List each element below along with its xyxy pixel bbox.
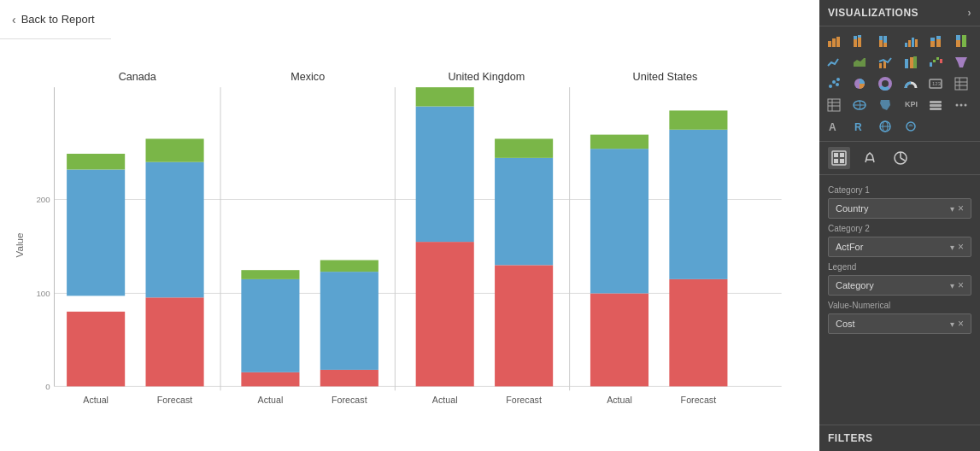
legend-field[interactable]: Category ▾ × [828, 275, 971, 296]
svg-marker-40 [854, 58, 866, 67]
viz-icon-slicer[interactable] [926, 96, 945, 114]
viz-icon-arcgis[interactable] [901, 117, 920, 136]
svg-rect-30 [908, 40, 911, 47]
visualizations-chevron[interactable]: › [968, 7, 972, 19]
viz-icon-r-visual[interactable]: R [850, 117, 869, 136]
viz-icon-ribbon[interactable] [901, 53, 920, 72]
viz-icon-line[interactable] [824, 53, 843, 72]
svg-rect-18 [828, 41, 831, 47]
svg-rect-86 [840, 153, 844, 157]
svg-rect-21 [854, 39, 857, 47]
viz-icon-100pct-column[interactable] [952, 32, 971, 50]
value-numerical-label: Value-Numerical [828, 301, 971, 310]
viz-icon-kpi[interactable]: KPI [901, 96, 920, 114]
viz-icon-stacked-bar[interactable] [850, 32, 869, 50]
viz-icon-more[interactable] [952, 96, 971, 114]
viz-icon-filled-map[interactable] [876, 96, 895, 114]
svg-rect-64 [828, 99, 840, 111]
legend-close-icon[interactable]: × [958, 279, 964, 291]
viz-icon-area[interactable] [850, 53, 869, 72]
us-actual-materials [590, 149, 648, 293]
category1-label: Category 1 [828, 185, 971, 195]
canada-actual-marketing [67, 312, 125, 387]
viz-icon-globe[interactable] [876, 117, 895, 136]
svg-rect-26 [879, 36, 883, 40]
viz-icon-bar[interactable] [824, 32, 843, 50]
viz-icon-matrix[interactable] [824, 96, 843, 114]
viz-icon-clustered-column[interactable] [901, 32, 920, 50]
us-forecast-misc [669, 110, 727, 129]
svg-rect-34 [930, 38, 935, 41]
category1-field[interactable]: Country ▾ × [828, 198, 971, 219]
svg-text:R: R [854, 121, 862, 133]
back-to-report-button[interactable]: ‹ Back to Report [0, 0, 111, 39]
viz-icon-funnel[interactable] [952, 53, 971, 72]
uk-label: United Kingdom [448, 71, 525, 83]
chart-container: Value 0 100 200 Canada [0, 39, 819, 451]
viz-icon-card[interactable]: 123 [926, 74, 945, 93]
us-forecast-marketing [669, 279, 727, 386]
viz-icon-waterfall[interactable] [926, 53, 945, 72]
fields-section: Category 1 Country ▾ × Category 2 ActFor… [819, 175, 980, 425]
svg-rect-36 [936, 36, 941, 39]
category2-field[interactable]: ActFor ▾ × [828, 237, 971, 257]
category1-controls: ▾ × [950, 202, 964, 214]
value-numerical-value: Cost [836, 319, 855, 329]
mexico-actual-marketing [241, 372, 299, 387]
viz-icon-map[interactable] [850, 96, 869, 114]
svg-rect-31 [912, 38, 914, 47]
fields-tab[interactable] [828, 147, 850, 169]
svg-text:123: 123 [932, 81, 942, 86]
category2-close-icon[interactable]: × [958, 241, 964, 253]
viz-icon-donut[interactable] [876, 74, 895, 93]
us-label: United States [633, 71, 698, 83]
viz-icon-combo[interactable] [876, 53, 895, 72]
svg-rect-19 [832, 38, 836, 47]
mexico-label: Mexico [290, 71, 325, 83]
value-numerical-close-icon[interactable]: × [958, 318, 964, 330]
viz-icon-scatter[interactable] [824, 74, 843, 93]
category1-close-icon[interactable]: × [958, 202, 964, 214]
viz-icon-gauge[interactable] [901, 74, 920, 93]
value-numerical-field[interactable]: Cost ▾ × [828, 313, 971, 334]
svg-point-54 [836, 78, 840, 81]
svg-rect-43 [905, 59, 908, 68]
svg-rect-73 [930, 104, 942, 107]
us-forecast-materials [669, 130, 727, 279]
category2-dropdown-icon[interactable]: ▾ [950, 243, 954, 252]
format-tab[interactable] [859, 147, 881, 169]
svg-rect-60 [955, 78, 967, 90]
viz-icon-table[interactable] [952, 74, 971, 93]
canada-forecast-marketing [146, 297, 204, 386]
svg-rect-44 [910, 57, 913, 68]
svg-rect-20 [836, 37, 840, 47]
viz-icon-stacked-column[interactable] [926, 32, 945, 50]
svg-point-77 [965, 104, 967, 107]
viz-icon-pie[interactable] [850, 74, 869, 93]
viz-icon-100pct-bar[interactable] [876, 32, 895, 50]
svg-rect-33 [930, 41, 935, 47]
uk-actual-materials [416, 107, 474, 243]
legend-controls: ▾ × [950, 279, 964, 291]
svg-rect-29 [905, 43, 907, 47]
category2-controls: ▾ × [950, 241, 964, 253]
svg-text:Actual: Actual [258, 395, 284, 405]
analytics-tab[interactable] [889, 147, 912, 169]
svg-rect-24 [858, 35, 861, 38]
svg-text:A: A [829, 121, 836, 133]
svg-rect-28 [883, 36, 887, 43]
mexico-forecast-misc [320, 261, 379, 272]
chart-legend: Marketing Cost Materials Cost Misc Cost [9, 446, 802, 451]
value-numerical-dropdown-icon[interactable]: ▾ [950, 319, 954, 329]
legend-dropdown-icon[interactable]: ▾ [950, 281, 954, 290]
viz-icon-text[interactable]: A [824, 117, 843, 136]
category2-label: Category 2 [828, 224, 971, 233]
category2-value: ActFor [836, 242, 863, 252]
filters-header: FILTERS [819, 425, 980, 451]
svg-rect-23 [858, 38, 861, 47]
category1-dropdown-icon[interactable]: ▾ [950, 204, 954, 214]
svg-rect-22 [854, 36, 857, 39]
svg-text:Forecast: Forecast [332, 395, 367, 405]
svg-text:Actual: Actual [432, 395, 458, 405]
uk-actual-marketing [416, 242, 474, 386]
